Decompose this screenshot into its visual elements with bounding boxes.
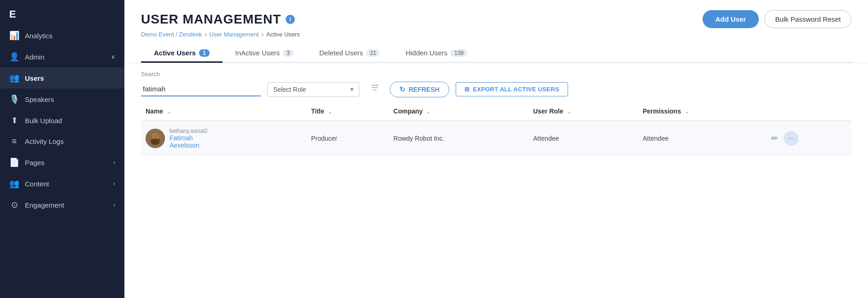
bulk-password-reset-button[interactable]: Bulk Password Reset: [764, 10, 851, 28]
sidebar-item-label: Pages: [25, 159, 45, 167]
main-header: USER MANAGEMENT i Add User Bulk Password…: [124, 0, 868, 63]
search-label: Search: [141, 71, 851, 77]
breadcrumb-event[interactable]: Demo Event / Zendesk: [141, 31, 202, 38]
table-row: bethany.social2 Fatimah Aexelsson Produc…: [141, 121, 851, 156]
upload-icon: ⬆: [9, 115, 19, 125]
breadcrumb-management[interactable]: User Management: [210, 31, 259, 38]
analytics-icon: 📊: [9, 30, 19, 41]
user-names: bethany.social2 Fatimah Aexelsson: [170, 128, 208, 149]
col-title[interactable]: Title ⌄: [306, 102, 389, 121]
add-user-button[interactable]: Add User: [703, 10, 759, 28]
col-actions: [767, 102, 851, 121]
col-user-role[interactable]: User Role ⌄: [528, 102, 638, 121]
edit-icon[interactable]: ✏: [771, 133, 778, 143]
col-company[interactable]: Company ⌄: [389, 102, 528, 121]
svg-point-8: [151, 138, 159, 145]
filter-icon: [369, 83, 380, 93]
breadcrumb-sep1: ›: [205, 31, 206, 38]
table-section: Name ⌄ Title ⌄ Company ⌄ User Role ⌄: [124, 102, 868, 298]
users-icon: 👥: [9, 73, 19, 83]
user-name-cell: bethany.social2 Fatimah Aexelsson: [141, 121, 306, 156]
role-select[interactable]: Select Role: [267, 82, 359, 97]
main-content: USER MANAGEMENT i Add User Bulk Password…: [124, 0, 868, 298]
sidebar-item-pages[interactable]: 📄 Pages ›: [0, 152, 124, 173]
chevron-right-icon: ›: [113, 159, 115, 166]
sidebar-item-label: Bulk Upload: [25, 117, 62, 125]
search-row: Select Role ▼ ↻ REFRESH ⊞ EXPORT ALL ACT…: [141, 81, 851, 97]
user-cell: bethany.social2 Fatimah Aexelsson: [146, 128, 302, 149]
sort-icon: ⌄: [328, 109, 332, 114]
table-header-row: Name ⌄ Title ⌄ Company ⌄ User Role ⌄: [141, 102, 851, 121]
sidebar-item-label: Admin: [25, 53, 45, 61]
tab-inactive-label: InActive Users: [235, 49, 280, 57]
col-permissions[interactable]: Permissions ⌄: [638, 102, 767, 121]
filter-icon-button[interactable]: [366, 81, 383, 97]
engagement-icon: ⊙: [9, 200, 19, 210]
breadcrumb-current: Active Users: [266, 31, 300, 38]
sort-icon: ⌄: [567, 109, 571, 114]
tab-deleted-label: Deleted Users: [319, 49, 363, 57]
sidebar-item-label: Content: [25, 180, 49, 188]
sort-icon: ⌄: [685, 109, 689, 114]
tab-inactive-users[interactable]: InActive Users 3: [223, 44, 306, 63]
export-button[interactable]: ⊞ EXPORT ALL ACTIVE USERS: [456, 82, 568, 96]
sort-icon: ⌄: [426, 109, 430, 114]
tab-active-badge: 1: [199, 49, 210, 57]
tab-hidden-label: Hidden Users: [405, 49, 447, 57]
search-input-wrapper: [141, 82, 261, 96]
admin-icon: 👤: [9, 52, 19, 62]
sidebar-item-label: Analytics: [25, 32, 53, 40]
chevron-down-icon: ∨: [111, 54, 115, 60]
more-options-button[interactable]: ···: [784, 131, 798, 146]
role-select-wrapper: Select Role ▼: [267, 82, 359, 97]
tab-active-users[interactable]: Active Users 1: [141, 44, 223, 63]
pages-icon: 📄: [9, 157, 19, 167]
sidebar: E 📊 Analytics 👤 Admin ∨ 👥 Users 🎙️ Speak…: [0, 0, 124, 298]
sidebar-item-activity-logs[interactable]: ≡ Activity Logs: [0, 131, 124, 152]
tabs-bar: Active Users 1 InActive Users 3 Deleted …: [141, 44, 851, 63]
tab-hidden-users[interactable]: Hidden Users 139: [393, 44, 480, 63]
tab-deleted-badge: 21: [366, 49, 380, 57]
sidebar-item-label: Speakers: [25, 95, 54, 103]
refresh-button[interactable]: ↻ REFRESH: [390, 82, 449, 97]
export-label: EXPORT ALL ACTIVE USERS: [473, 86, 559, 93]
page-title: USER MANAGEMENT i: [141, 12, 295, 27]
info-icon[interactable]: i: [286, 15, 295, 24]
sort-icon: ⌄: [167, 109, 171, 114]
refresh-icon: ↻: [399, 85, 405, 94]
sidebar-item-label: Engagement: [25, 201, 64, 209]
user-permissions-cell: Attendee: [638, 121, 767, 156]
user-title-cell: Producer: [306, 121, 389, 156]
header-actions: Add User Bulk Password Reset: [703, 10, 851, 28]
user-company-cell: Rowdy Robot Inc.: [389, 121, 528, 156]
content-icon: 👥: [9, 179, 19, 189]
sidebar-item-analytics[interactable]: 📊 Analytics: [0, 25, 124, 46]
sidebar-item-speakers[interactable]: 🎙️ Speakers: [0, 89, 124, 110]
search-section: Search Select Role ▼ ↻: [124, 63, 868, 102]
col-name[interactable]: Name ⌄: [141, 102, 306, 121]
user-role-cell: Attendee: [528, 121, 638, 156]
sidebar-item-label: Activity Logs: [25, 137, 64, 145]
sidebar-item-users[interactable]: 👥 Users: [0, 67, 124, 89]
action-icons: ✏ ···: [771, 131, 847, 146]
tab-hidden-badge: 139: [451, 49, 467, 57]
tab-deleted-users[interactable]: Deleted Users 21: [306, 44, 393, 63]
user-last-name-link[interactable]: Aexelsson: [170, 142, 208, 149]
chevron-right-icon: ›: [113, 180, 115, 187]
breadcrumb-sep2: ›: [262, 31, 264, 38]
sidebar-item-admin[interactable]: 👤 Admin ∨: [0, 46, 124, 67]
export-icon: ⊞: [464, 86, 469, 93]
tab-active-label: Active Users: [154, 49, 196, 57]
sidebar-item-engagement[interactable]: ⊙ Engagement ›: [0, 194, 124, 215]
users-table: Name ⌄ Title ⌄ Company ⌄ User Role ⌄: [141, 102, 851, 156]
avatar: [146, 129, 165, 148]
sidebar-item-label: Users: [25, 74, 44, 82]
breadcrumb: Demo Event / Zendesk › User Management ›…: [141, 31, 851, 38]
sidebar-logo: E: [0, 0, 124, 25]
search-input[interactable]: [141, 82, 261, 96]
list-icon: ≡: [9, 137, 19, 146]
refresh-label: REFRESH: [409, 86, 440, 93]
user-first-name-link[interactable]: Fatimah: [170, 134, 208, 142]
sidebar-item-bulk-upload[interactable]: ⬆ Bulk Upload: [0, 110, 124, 131]
sidebar-item-content[interactable]: 👥 Content ›: [0, 173, 124, 194]
